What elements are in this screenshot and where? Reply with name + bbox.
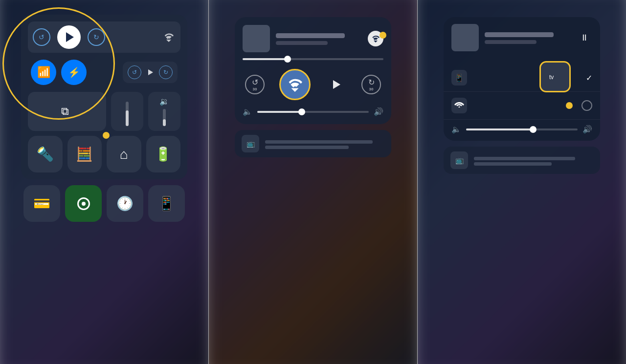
flashlight-btn[interactable]: 🔦 — [28, 136, 63, 172]
brightness-slider[interactable] — [111, 92, 143, 131]
camera-icon — [77, 197, 90, 210]
progress-track[interactable] — [243, 58, 383, 60]
device-list-card: ⏸ 📱 ✓ — [444, 17, 600, 141]
media-controls-row-2: ↺ 30 ↻ 30 — [243, 69, 383, 100]
home-icon: ⌂ — [120, 147, 128, 162]
appletv-content-3 — [474, 155, 593, 166]
play-pause-icon: ⏸ — [580, 33, 589, 43]
bar-2 — [265, 146, 349, 149]
skip-forward-btn[interactable]: ↻ — [88, 28, 105, 46]
progress-fill — [243, 58, 288, 60]
device-living[interactable] — [444, 92, 600, 120]
appletv-bars-3 — [474, 157, 593, 166]
appletv-content-2 — [265, 138, 384, 149]
skip-back-btn[interactable]: ↺ — [33, 28, 50, 46]
vol-high-3: 🔊 — [582, 125, 592, 134]
track-sub-bar-3 — [485, 40, 537, 44]
volume-icon: 🔉 — [159, 97, 169, 106]
album-art-3 — [451, 24, 479, 51]
vol-fill — [257, 111, 302, 113]
album-art-2 — [243, 25, 270, 52]
bar-3-1 — [474, 157, 575, 160]
skip-forward-2[interactable]: ↻ 30 — [361, 75, 381, 94]
wallet-icon: 💳 — [33, 195, 50, 212]
calculator-icon: 🧮 — [76, 146, 93, 162]
appletv-logo: tv — [539, 61, 571, 92]
wallet-btn[interactable]: 💳 — [23, 185, 60, 222]
mini-play[interactable] — [147, 69, 153, 75]
bottom-icon-row: 💳 🕐 📱 — [23, 185, 185, 222]
bar-1 — [265, 140, 373, 144]
media-player-row: ↺ ↻ — [28, 21, 180, 53]
screen-mirroring-icon: ⧉ — [61, 105, 69, 118]
volume-row-3: 🔈 🔊 — [451, 125, 592, 134]
device-list-header: ⏸ — [444, 17, 600, 58]
remote-btn[interactable]: 📱 — [148, 185, 185, 222]
appletv-bars — [265, 140, 384, 149]
mini-skip-back[interactable]: ↺ — [128, 65, 141, 79]
mini-media: ↺ ↻ — [123, 62, 178, 83]
vol-low-icon: 🔈 — [243, 107, 252, 116]
progress-section-2 — [243, 58, 383, 63]
home-btn[interactable]: ⌂ — [107, 136, 141, 172]
appletv-logo-annotation: tv — [539, 61, 571, 92]
play-button[interactable] — [57, 25, 81, 49]
play-btn-2[interactable] — [325, 74, 347, 95]
bar-3-2 — [474, 162, 552, 166]
battery-btn[interactable]: 🔋 — [146, 136, 181, 172]
device-iphone[interactable]: 📱 ✓ — [444, 64, 600, 92]
clock-btn[interactable]: 🕐 — [107, 185, 143, 222]
screen-mirroring-btn[interactable]: ⧉ — [28, 92, 106, 131]
volume-section-3: 🔈 🔊 — [444, 120, 600, 141]
media-card-header-2 — [243, 25, 383, 52]
volume-track-2[interactable] — [257, 111, 369, 113]
toggle-row: 📶 ⚡ ↺ ↻ — [28, 60, 180, 85]
toggle-group: 📶 ⚡ — [31, 60, 87, 85]
airplay-center-btn[interactable] — [279, 69, 311, 100]
annotation-dot-1 — [103, 132, 110, 139]
wifi-icon: 📶 — [37, 66, 50, 79]
bluetooth-icon: ⚡ — [68, 66, 80, 78]
remote-icon: 📱 — [158, 195, 175, 212]
battery-icon: 🔋 — [155, 146, 172, 162]
appletv-card-2: 📺 — [235, 130, 391, 157]
flashlight-icon: 🔦 — [37, 146, 54, 162]
vol-fill-3 — [466, 128, 533, 130]
media-controls: ↺ ↻ — [33, 25, 105, 49]
progress-thumb — [284, 56, 291, 63]
panel-3: ⏸ 📱 ✓ — [418, 0, 626, 364]
circle-indicator — [581, 100, 592, 111]
wifi-toggle[interactable]: 📶 — [31, 60, 56, 85]
appletv-icon-2: 📺 — [242, 135, 259, 152]
volume-row-2: 🔈 🔊 — [243, 107, 383, 116]
iphone-icon: 📱 — [451, 70, 467, 86]
skip-back-2[interactable]: ↺ 30 — [245, 75, 265, 94]
track-info-3 — [485, 31, 571, 44]
appletv-icon-3: 📺 — [450, 151, 468, 169]
panel-2: ↺ 30 ↻ 30 — [209, 0, 417, 364]
bottom-row: 🔦 🧮 ⌂ 🔋 — [28, 136, 180, 172]
vol-high-icon: 🔊 — [374, 107, 383, 116]
bluetooth-toggle[interactable]: ⚡ — [61, 60, 87, 85]
play-pause-btn-3[interactable]: ⏸ — [577, 30, 592, 45]
vol-thumb-3 — [530, 126, 537, 133]
camera-btn[interactable] — [65, 185, 102, 222]
track-title-bar-3 — [485, 32, 554, 37]
mini-skip-forward[interactable]: ↻ — [159, 65, 173, 79]
panel-1: ↺ ↻ — [0, 0, 208, 364]
appletv-small-icon — [451, 98, 467, 113]
airplay-icon-top[interactable] — [162, 30, 176, 44]
vol-low-3: 🔈 — [451, 125, 461, 134]
play-icon — [66, 32, 74, 42]
track-title-bar — [276, 33, 345, 38]
volume-slider[interactable]: 🔉 — [148, 92, 180, 131]
track-info-2 — [276, 32, 362, 45]
play-icon-2 — [333, 80, 340, 89]
clock-icon: 🕐 — [116, 195, 134, 212]
calculator-btn[interactable]: 🧮 — [67, 136, 102, 172]
annotation-dot-3 — [566, 102, 573, 109]
volume-track-3[interactable] — [466, 128, 578, 130]
appletv-card-3: 📺 — [444, 147, 600, 174]
vol-thumb — [298, 108, 305, 115]
grid-row-1: ⧉ 🔉 — [28, 92, 180, 131]
